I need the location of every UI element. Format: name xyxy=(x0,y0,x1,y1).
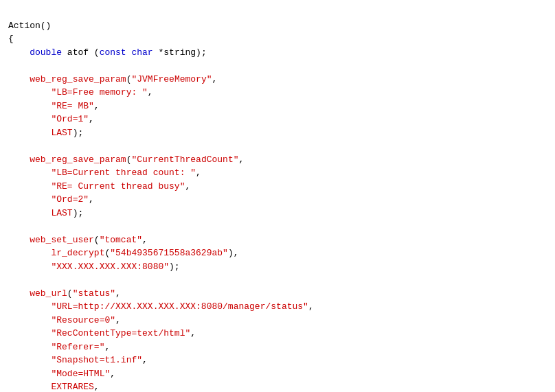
code-display: Action() { double atof (const char *stri… xyxy=(8,5,547,392)
line-action: Action() { double atof (const char *stri… xyxy=(8,21,539,393)
